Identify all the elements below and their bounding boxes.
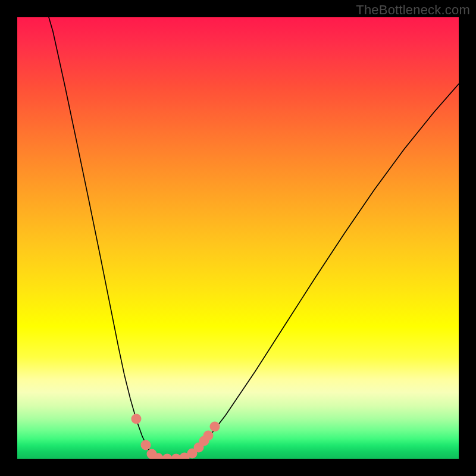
series-left-branch [49,17,159,459]
series-group [49,17,459,459]
series-right-branch [185,84,459,459]
highlight-dot [162,454,173,459]
watermark-text: TheBottleneck.com [356,2,470,18]
highlight-dot [203,431,214,441]
highlight-dot [131,414,142,424]
chart-frame: TheBottleneck.com [0,0,476,476]
plot-area [17,17,459,459]
marker-group [131,414,220,459]
curve-layer [17,17,459,459]
highlight-dot [210,422,220,432]
highlight-dot [141,440,151,450]
